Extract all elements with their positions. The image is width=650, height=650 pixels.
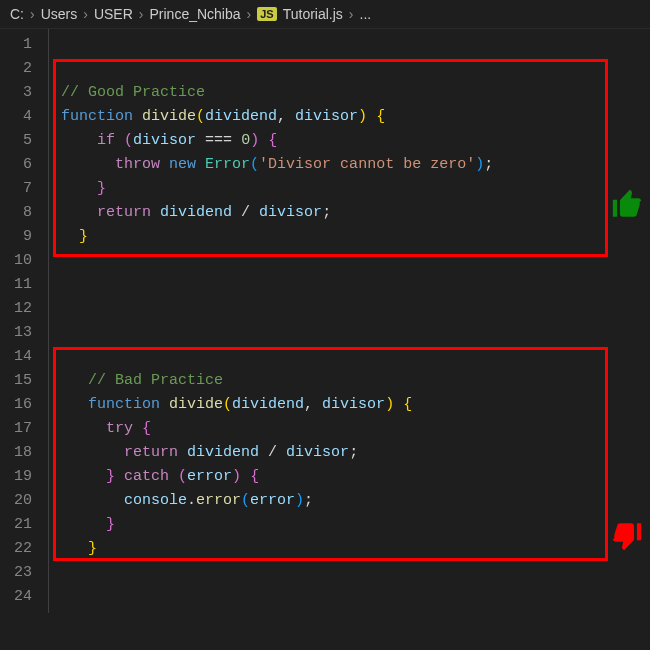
line-number: 15 [0, 369, 32, 393]
chevron-right-icon: › [30, 6, 35, 22]
line-number: 7 [0, 177, 32, 201]
line-number: 23 [0, 561, 32, 585]
line-number: 6 [0, 153, 32, 177]
line-number: 13 [0, 321, 32, 345]
line-number: 21 [0, 513, 32, 537]
line-number: 12 [0, 297, 32, 321]
line-number: 22 [0, 537, 32, 561]
js-file-icon: JS [257, 7, 276, 21]
breadcrumb-segment[interactable]: Prince_Nchiba [149, 6, 240, 22]
line-number: 2 [0, 57, 32, 81]
code-area[interactable]: // Good Practice function divide(dividen… [48, 29, 650, 613]
line-number: 16 [0, 393, 32, 417]
breadcrumb-segment[interactable]: USER [94, 6, 133, 22]
chevron-right-icon: › [83, 6, 88, 22]
breadcrumb-segment[interactable]: C: [10, 6, 24, 22]
line-number: 14 [0, 345, 32, 369]
line-number: 11 [0, 273, 32, 297]
chevron-right-icon: › [349, 6, 354, 22]
line-number: 5 [0, 129, 32, 153]
line-number: 9 [0, 225, 32, 249]
breadcrumb-file[interactable]: Tutorial.js [283, 6, 343, 22]
chevron-right-icon: › [247, 6, 252, 22]
line-number: 17 [0, 417, 32, 441]
line-number-gutter: 123456789101112131415161718192021222324 [0, 29, 48, 613]
code-editor[interactable]: 123456789101112131415161718192021222324 … [0, 28, 650, 613]
chevron-right-icon: › [139, 6, 144, 22]
line-number: 24 [0, 585, 32, 609]
line-number: 10 [0, 249, 32, 273]
line-number: 18 [0, 441, 32, 465]
line-number: 1 [0, 33, 32, 57]
code-comment: // Good Practice [61, 84, 205, 101]
breadcrumb[interactable]: C: › Users › USER › Prince_Nchiba › JS T… [0, 0, 650, 28]
breadcrumb-segment[interactable]: Users [41, 6, 78, 22]
line-number: 20 [0, 489, 32, 513]
code-comment: // Bad Practice [88, 372, 223, 389]
line-number: 8 [0, 201, 32, 225]
line-number: 4 [0, 105, 32, 129]
line-number: 3 [0, 81, 32, 105]
line-number: 19 [0, 465, 32, 489]
breadcrumb-more[interactable]: ... [360, 6, 372, 22]
